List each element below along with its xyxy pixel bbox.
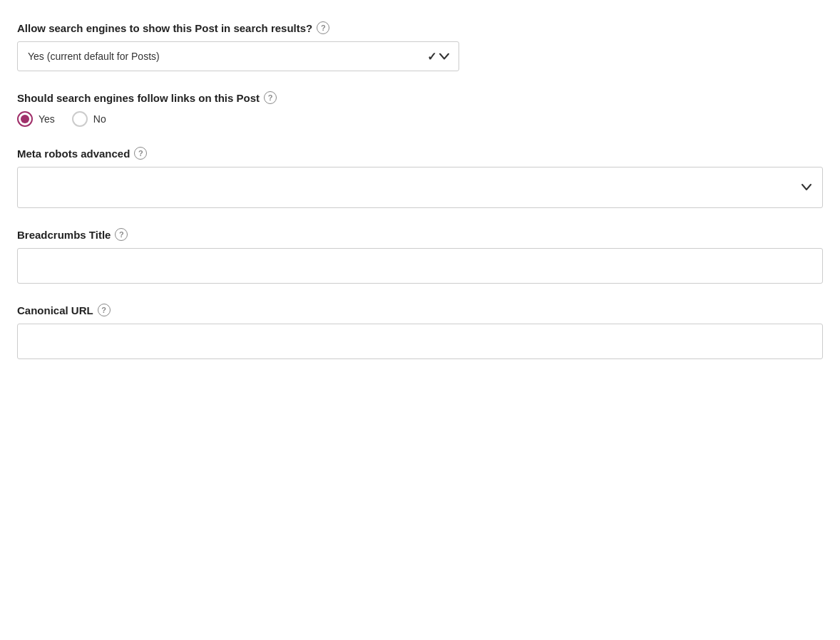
follow-links-yes-radio[interactable] xyxy=(17,111,33,127)
search-visibility-select[interactable]: Yes (current default for Posts)No xyxy=(17,41,459,71)
meta-robots-advanced-section: Meta robots advanced ? No Image Index No… xyxy=(17,147,823,208)
follow-links-no-text: No xyxy=(93,113,106,125)
canonical-url-help-icon[interactable]: ? xyxy=(98,304,111,316)
follow-links-help-icon[interactable]: ? xyxy=(264,91,277,104)
breadcrumbs-title-input[interactable] xyxy=(17,248,823,284)
breadcrumbs-title-help-icon[interactable]: ? xyxy=(115,228,128,241)
canonical-url-text: Canonical URL xyxy=(17,304,93,316)
follow-links-label: Should search engines follow links on th… xyxy=(17,91,823,104)
breadcrumbs-title-text: Breadcrumbs Title xyxy=(17,229,111,241)
follow-links-radio-group: Yes No xyxy=(17,111,823,127)
canonical-url-section: Canonical URL ? xyxy=(17,304,823,359)
canonical-url-label: Canonical URL ? xyxy=(17,304,823,316)
canonical-url-input[interactable] xyxy=(17,324,823,359)
meta-robots-text: Meta robots advanced xyxy=(17,148,130,160)
breadcrumbs-title-section: Breadcrumbs Title ? xyxy=(17,228,823,284)
meta-robots-help-icon[interactable]: ? xyxy=(134,147,147,160)
follow-links-no-radio[interactable] xyxy=(72,111,88,127)
follow-links-no-label[interactable]: No xyxy=(72,111,106,127)
search-visibility-help-icon[interactable]: ? xyxy=(317,21,329,34)
search-visibility-label: Allow search engines to show this Post i… xyxy=(17,21,823,34)
follow-links-yes-label[interactable]: Yes xyxy=(17,111,55,127)
follow-links-text: Should search engines follow links on th… xyxy=(17,92,260,104)
meta-robots-label: Meta robots advanced ? xyxy=(17,147,823,160)
meta-robots-select[interactable]: No Image Index No Archive No Snippet No … xyxy=(17,167,823,208)
search-visibility-section: Allow search engines to show this Post i… xyxy=(17,21,823,71)
search-visibility-text: Allow search engines to show this Post i… xyxy=(17,22,312,34)
meta-robots-select-wrapper: No Image Index No Archive No Snippet No … xyxy=(17,167,823,208)
search-visibility-select-wrapper: Yes (current default for Posts)No ✓ xyxy=(17,41,459,71)
follow-links-section: Should search engines follow links on th… xyxy=(17,91,823,127)
breadcrumbs-title-label: Breadcrumbs Title ? xyxy=(17,228,823,241)
follow-links-yes-text: Yes xyxy=(39,113,55,125)
